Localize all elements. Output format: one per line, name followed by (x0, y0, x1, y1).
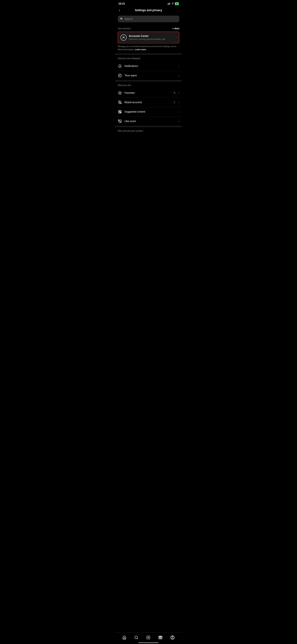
suggested-content-item[interactable]: Suggested content › (115, 107, 182, 116)
who-can-see-section: Who can see your content (115, 127, 182, 134)
meta-logo: ∞ Meta (172, 27, 179, 30)
svg-marker-6 (118, 91, 121, 94)
favorites-icon (118, 91, 122, 95)
suggested-content-label: Suggested content (125, 110, 176, 113)
what-you-see-title: What you see (115, 82, 182, 88)
battery-icon: 21 (175, 2, 179, 5)
favorites-label: Favorites (125, 92, 171, 94)
divider-3 (115, 126, 182, 127)
like-count-chevron: › (179, 120, 179, 122)
svg-rect-9 (120, 110, 121, 112)
who-can-see-title: Who can see your content (115, 127, 182, 134)
favorites-chevron: › (179, 92, 179, 94)
svg-line-16 (137, 638, 138, 639)
svg-rect-1 (168, 3, 169, 5)
notifications-label: Notifications (125, 65, 176, 68)
accounts-center-subtitle: Password, security, personal details, ad… (129, 38, 174, 40)
muted-accounts-icon (118, 100, 122, 104)
tab-search[interactable] (132, 634, 140, 641)
svg-rect-3 (170, 2, 170, 5)
search-bar[interactable]: 🔍 Search (118, 16, 179, 22)
status-bar: 16:21 21 (115, 0, 182, 7)
how-you-use-section: How you use Instagram Notifications › Ti… (115, 55, 182, 80)
back-button[interactable]: ‹ (118, 8, 121, 13)
what-you-see-section: What you see Favorites 0 › Muted account… (115, 82, 182, 126)
wifi-icon (171, 2, 174, 5)
suggested-content-chevron: › (179, 110, 179, 113)
notifications-chevron: › (179, 65, 179, 67)
accounts-center-chevron: › (176, 36, 177, 39)
muted-accounts-value: 1 (174, 101, 175, 104)
favorites-item[interactable]: Favorites 0 › (115, 88, 182, 98)
signal-icon (168, 2, 170, 5)
time-spent-icon (118, 74, 122, 78)
svg-rect-0 (168, 4, 168, 5)
search-input[interactable]: Search (125, 18, 133, 20)
svg-point-25 (172, 636, 173, 637)
search-icon: 🔍 (120, 18, 123, 20)
home-indicator (138, 642, 159, 643)
tab-add[interactable] (144, 634, 152, 641)
how-you-use-title: How you use Instagram (115, 55, 182, 62)
accounts-center-item[interactable]: Accounts Center Password, security, pers… (118, 32, 179, 43)
tab-reels[interactable] (157, 634, 164, 641)
muted-accounts-item[interactable]: Muted accounts 1 › (115, 98, 182, 107)
page-header: ‹ Settings and privacy (115, 7, 182, 14)
tab-profile[interactable] (168, 634, 177, 641)
your-account-section-header: Your account ∞ Meta (115, 25, 182, 32)
svg-rect-8 (118, 110, 120, 112)
like-count-icon (118, 119, 122, 124)
time-spent-chevron: › (179, 74, 179, 77)
favorites-value: 0 (174, 92, 175, 94)
muted-accounts-chevron: › (179, 101, 179, 104)
muted-accounts-label: Muted accounts (125, 101, 171, 104)
time-spent-label: Time spent (125, 74, 176, 77)
svg-rect-2 (169, 3, 170, 5)
accounts-center-icon (120, 34, 127, 40)
svg-point-21 (160, 637, 161, 638)
divider-2 (115, 80, 182, 82)
accounts-center-description: Manage your connected experiences and ac… (115, 43, 182, 54)
divider-1 (115, 54, 182, 55)
search-container[interactable]: 🔍 Search (115, 14, 182, 25)
like-count-item[interactable]: Like count › (115, 116, 182, 126)
notifications-icon (118, 64, 122, 68)
accounts-center-text: Accounts Center Password, security, pers… (129, 35, 174, 40)
notifications-item[interactable]: Notifications › (115, 62, 182, 71)
like-count-label: Like count (125, 120, 176, 123)
status-icons: 21 (168, 2, 179, 5)
svg-rect-10 (118, 112, 120, 113)
learn-more-link[interactable]: Learn more (135, 48, 146, 51)
accounts-center-label: Accounts Center (129, 35, 174, 38)
time-spent-item[interactable]: Time spent › (115, 71, 182, 80)
tab-home[interactable] (120, 634, 128, 641)
your-account-title: Your account (118, 27, 130, 30)
svg-point-4 (123, 36, 124, 38)
page-title: Settings and privacy (135, 9, 162, 12)
status-time: 16:21 (118, 2, 125, 5)
suggested-content-icon (118, 110, 122, 114)
